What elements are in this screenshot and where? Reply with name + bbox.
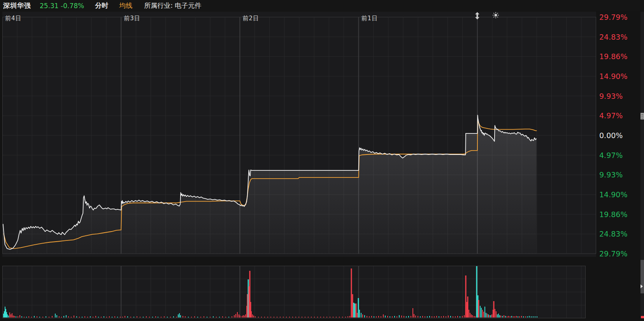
axis-tick-label: 29.79% bbox=[599, 13, 627, 21]
right-scrollbar-track[interactable] bbox=[640, 12, 644, 318]
axis-tick-label: 14.90% bbox=[599, 190, 627, 199]
axis-tick-label: 4.97% bbox=[599, 151, 623, 160]
tab-minute-chart[interactable]: 分时 bbox=[95, 1, 108, 10]
brightness-settings-icon[interactable] bbox=[493, 12, 499, 18]
day-label: 前4日 bbox=[5, 15, 22, 22]
volume-canvas bbox=[2, 266, 586, 318]
price-and-change: 25.31 -0.78% bbox=[40, 2, 84, 10]
price-chart-canvas bbox=[2, 12, 596, 257]
axis-tick-label: 9.93% bbox=[599, 170, 623, 179]
stock-name: 深圳华强 bbox=[3, 1, 31, 10]
volume-pane[interactable] bbox=[2, 266, 586, 318]
axis-tick-label: 19.86% bbox=[599, 52, 627, 61]
day-label: 前1日 bbox=[361, 15, 378, 22]
axis-tick-label: 9.93% bbox=[599, 92, 623, 100]
tab-moving-average[interactable]: 均线 bbox=[119, 1, 132, 10]
day-label: 前2日 bbox=[242, 15, 259, 22]
axis-tick-label: 29.79% bbox=[599, 249, 627, 258]
axis-tick-label: 4.97% bbox=[599, 111, 623, 120]
axis-tick-label: 14.90% bbox=[599, 72, 627, 81]
industry-label[interactable]: 所属行业: 电子元件 bbox=[144, 1, 201, 10]
scrollbar-thumb[interactable] bbox=[640, 260, 644, 293]
intraday-5day-chart[interactable] bbox=[2, 12, 596, 257]
day-label: 前3日 bbox=[124, 15, 140, 22]
axis-tick-label: 24.83% bbox=[599, 230, 627, 238]
resize-divider-icon[interactable] bbox=[474, 12, 480, 19]
axis-drag-handle[interactable] bbox=[640, 113, 644, 119]
axis-tick-label: 0.00% bbox=[599, 131, 623, 140]
axis-tick-label: 19.86% bbox=[599, 210, 627, 219]
corner-volume-marker bbox=[641, 316, 644, 318]
axis-tick-label: 24.83% bbox=[599, 33, 627, 41]
scroll-arrow-icon bbox=[640, 284, 643, 288]
quote-header: 深圳华强 25.31 -0.78% 分时 均线 所属行业: 电子元件 bbox=[0, 0, 644, 11]
